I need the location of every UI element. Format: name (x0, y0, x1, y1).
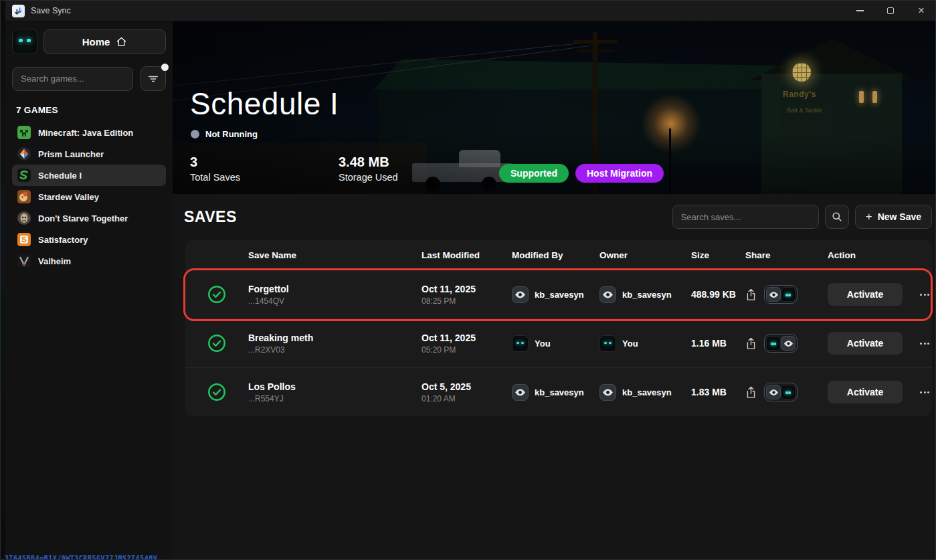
avatar-eye-icon (27, 39, 31, 42)
eye-avatar-icon (599, 286, 616, 303)
share-icon[interactable] (745, 288, 757, 301)
titlebar: Save Sync × (5, 1, 936, 21)
save-name: Forgettol (248, 284, 422, 294)
more-options-icon[interactable] (917, 340, 932, 347)
plus-icon: + (866, 210, 872, 223)
user-avatar[interactable] (12, 29, 37, 54)
stat-value: 3.48 MB (339, 154, 398, 170)
window-controls: × (844, 1, 936, 21)
filter-button[interactable] (141, 66, 166, 91)
saves-header: SAVES + New Save (184, 203, 932, 230)
save-time: 05:20 PM (422, 345, 512, 355)
search-games-input[interactable] (12, 67, 133, 91)
sidebar-item-satisfactory[interactable]: S Satisfactory (12, 229, 166, 250)
eye-avatar-icon (512, 286, 529, 303)
game-title: Schedule I (190, 86, 339, 122)
game-label: Prism Launcher (38, 149, 104, 159)
teal-eyes-avatar-icon (512, 335, 529, 352)
sidebar-item-stardew-valley[interactable]: Stardew Valley (12, 186, 166, 207)
eye-avatar-icon (599, 384, 616, 401)
save-size: 488.99 KB (691, 289, 745, 300)
search-saves-input[interactable] (672, 205, 819, 229)
eye-avatar-icon (781, 336, 795, 351)
game-icon-schedule-i (17, 169, 31, 182)
clipped-status-link: 3T645BB4=B1X/9WT3CRB5GV77JMS2T4540V (5, 555, 157, 560)
owner-name: kb_savesyn (622, 387, 672, 397)
game-icon-stardew-valley (17, 190, 31, 203)
share-members-toggle[interactable] (764, 334, 798, 353)
game-icon-minecraft (17, 126, 31, 139)
save-size: 1.16 MB (691, 338, 745, 349)
save-time: 08:25 PM (422, 296, 512, 306)
eye-avatar-icon (766, 287, 781, 302)
teal-eyes-avatar-icon (781, 287, 795, 302)
activate-button[interactable]: Activate (828, 381, 903, 403)
column-header-share: Share (745, 250, 828, 260)
share-members-toggle[interactable] (764, 383, 798, 401)
saves-heading: SAVES (184, 208, 237, 226)
game-label: Satisfactory (38, 235, 88, 245)
more-options-icon[interactable] (917, 291, 932, 298)
sidebar-item-minecraft[interactable]: Minecraft: Java Edition (12, 122, 166, 143)
share-icon[interactable] (745, 386, 757, 399)
teal-eyes-avatar-icon (766, 336, 781, 351)
save-row-breaking-meth: Breaking meth ...R2XV03 Oct 11, 2025 05:… (185, 318, 932, 367)
search-saves-button[interactable] (825, 205, 849, 229)
save-row-forgettol: Forgettol ...1454QV Oct 11, 2025 08:25 P… (185, 270, 932, 318)
save-time: 01:20 AM (422, 394, 512, 403)
save-row-los-pollos: Los Pollos ...R554YJ Oct 5, 2025 01:20 A… (185, 367, 932, 416)
column-header-owner: Owner (599, 250, 691, 260)
close-icon: × (918, 5, 924, 16)
saves-table-header: Save Name Last Modified Modified By Owne… (185, 240, 932, 270)
window-left-edge (1, 1, 5, 560)
sidebar-item-schedule-i[interactable]: Schedule I (12, 165, 166, 186)
modified-by-name: kb_savesyn (535, 387, 584, 397)
supported-badge: Supported (499, 164, 569, 183)
sidebar-item-dont-starve-together[interactable]: Don't Starve Together (12, 207, 166, 229)
column-header-size: Size (691, 250, 745, 260)
avatar-eye-icon (19, 39, 23, 42)
save-date: Oct 5, 2025 (422, 381, 512, 392)
game-run-status: Not Running (191, 129, 258, 139)
game-icon-prism-launcher (17, 147, 31, 161)
app-logo-icon (12, 5, 25, 17)
save-name: Breaking meth (248, 333, 422, 343)
minimize-icon (856, 10, 864, 11)
status-dot-icon (191, 130, 199, 138)
save-id: ...R554YJ (248, 394, 422, 403)
column-header-last-modified: Last Modified (422, 250, 512, 260)
sidebar: Home 7 GAMES Minecraft: Java Edition Pri… (5, 21, 173, 560)
stat-total-saves: 3 Total Saves (190, 154, 240, 183)
save-id: ...R2XV03 (248, 345, 422, 355)
save-id: ...1454QV (248, 296, 422, 306)
banner-badges: Supported Host Migration (499, 164, 664, 183)
close-button[interactable]: × (906, 1, 936, 21)
home-button-label: Home (82, 36, 110, 48)
game-banner: Randy's Bait & Tackle Schedule I Not Run… (173, 21, 936, 194)
app-title: Save Sync (31, 6, 71, 15)
share-icon[interactable] (745, 337, 757, 350)
sync-ok-icon (207, 382, 227, 402)
save-date: Oct 11, 2025 (422, 333, 512, 343)
game-label: Don't Starve Together (38, 213, 128, 223)
share-members-toggle[interactable] (764, 285, 798, 304)
more-options-icon[interactable] (917, 389, 932, 396)
home-icon (116, 36, 127, 48)
new-save-label: New Save (878, 211, 921, 222)
eye-avatar-icon (512, 384, 529, 401)
sidebar-item-valheim[interactable]: Valheim (12, 250, 166, 272)
new-save-button[interactable]: + New Save (855, 205, 932, 229)
column-header-save-name: Save Name (248, 250, 422, 260)
svg-text:S: S (21, 236, 26, 244)
minimize-button[interactable] (844, 1, 875, 21)
maximize-button[interactable] (875, 1, 906, 21)
home-button[interactable]: Home (43, 29, 166, 54)
owner-name: You (622, 339, 638, 349)
search-icon (832, 211, 842, 222)
save-date: Oct 11, 2025 (422, 284, 512, 294)
activate-button[interactable]: Activate (828, 283, 903, 306)
stat-label: Total Saves (190, 172, 240, 183)
sidebar-item-prism-launcher[interactable]: Prism Launcher (12, 143, 166, 165)
activate-button[interactable]: Activate (828, 332, 903, 355)
game-label: Schedule I (38, 171, 82, 181)
